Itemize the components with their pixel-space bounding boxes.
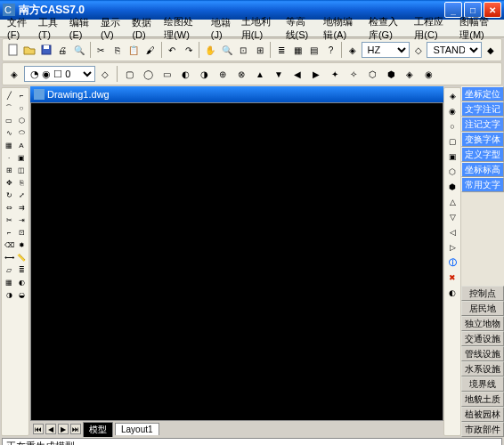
area-icon[interactable]: ▱ xyxy=(3,263,15,276)
zoom-win-icon[interactable]: ⊡ xyxy=(235,41,251,59)
menu-feature[interactable]: 地物编辑(A) xyxy=(319,13,364,44)
dcenter-icon[interactable]: ▦ xyxy=(290,41,306,59)
rp-control-pt[interactable]: 控制点 xyxy=(461,286,504,301)
r3-icon[interactable]: ○ xyxy=(445,119,459,134)
t6-icon[interactable]: ⊕ xyxy=(214,65,232,83)
rp-indep-obj[interactable]: 独立地物 xyxy=(461,316,504,331)
style-select[interactable]: STANDARD xyxy=(427,42,482,58)
erase-icon[interactable]: ⌫ xyxy=(3,239,15,251)
t2-icon[interactable]: ◯ xyxy=(139,65,157,83)
t9-icon[interactable]: ▼ xyxy=(270,65,288,83)
lprev-icon[interactable]: ◇ xyxy=(96,65,114,83)
table-icon[interactable]: ⊞ xyxy=(3,164,15,176)
scale-icon[interactable]: ⤢ xyxy=(15,189,28,201)
menu-file[interactable]: 文件(F) xyxy=(3,14,34,42)
tab-next-icon[interactable]: ▶ xyxy=(58,424,69,434)
misc2-icon[interactable]: ◑ xyxy=(3,288,15,301)
menu-cadastre[interactable]: 地籍(J) xyxy=(207,14,237,42)
rp-coord-elev[interactable]: 坐标标高 xyxy=(461,162,504,177)
pan-icon[interactable]: ✋ xyxy=(202,41,218,59)
mirror-icon[interactable]: ⇔ xyxy=(3,201,15,214)
layer-icon[interactable]: ◈ xyxy=(345,41,361,59)
rp-text-annot[interactable]: 文字注记 xyxy=(461,101,504,117)
t5-icon[interactable]: ◑ xyxy=(195,65,213,83)
region-icon[interactable]: ◫ xyxy=(15,164,28,176)
t16-icon[interactable]: ◈ xyxy=(401,65,419,83)
r8-icon[interactable]: △ xyxy=(445,195,459,209)
array-icon[interactable]: ⊡ xyxy=(15,226,28,239)
dim-icon[interactable]: ⟷ xyxy=(3,251,15,263)
cancel-icon[interactable]: ✖ xyxy=(445,271,459,285)
t4-icon[interactable]: ◐ xyxy=(176,65,194,83)
rp-def-style[interactable]: 定义字型 xyxy=(461,147,504,162)
t17-icon[interactable]: ◉ xyxy=(419,65,437,83)
copy2-icon[interactable]: ⎘ xyxy=(15,176,28,189)
rp-boundary[interactable]: 境界线 xyxy=(461,376,504,392)
zoom-rt-icon[interactable]: 🔍 xyxy=(219,41,235,59)
print-icon[interactable]: 🖨 xyxy=(55,41,71,59)
r1-icon[interactable]: ◈ xyxy=(445,89,459,103)
menu-edit[interactable]: 编辑(E) xyxy=(65,14,96,42)
tab-last-icon[interactable]: ⏭ xyxy=(70,424,81,434)
rp-municipal[interactable]: 市政部件 xyxy=(461,422,504,437)
rp-common-text[interactable]: 常用文字 xyxy=(461,177,504,192)
r7-icon[interactable]: ⬢ xyxy=(445,180,459,194)
rp-vegetation[interactable]: 植被园林 xyxy=(461,407,504,422)
pline-icon[interactable]: ⌐ xyxy=(15,89,28,101)
t12-icon[interactable]: ✦ xyxy=(326,65,344,83)
tab-first-icon[interactable]: ⏮ xyxy=(33,424,44,434)
rp-water[interactable]: 水系设施 xyxy=(461,361,504,376)
open-icon[interactable] xyxy=(22,41,38,59)
explode-icon[interactable]: ✸ xyxy=(15,239,28,251)
undo-icon[interactable]: ↶ xyxy=(164,41,180,59)
rp-residence[interactable]: 居民地 xyxy=(461,301,504,316)
menu-draw[interactable]: 绘图处理(W) xyxy=(159,13,207,44)
t1-icon[interactable]: ▢ xyxy=(120,65,138,83)
text-icon[interactable]: A xyxy=(15,139,28,151)
t14-icon[interactable]: ⬡ xyxy=(363,65,381,83)
rect-icon[interactable]: ▭ xyxy=(3,114,15,126)
menu-sheet[interactable]: 图幅管理(M) xyxy=(455,13,501,44)
block-icon[interactable]: ▣ xyxy=(15,151,28,164)
sprop-icon[interactable]: ◆ xyxy=(483,41,499,59)
r14-icon[interactable]: ◐ xyxy=(445,286,459,300)
rp-pipeline[interactable]: 管线设施 xyxy=(461,346,504,361)
command-window[interactable]: 正在重生成模型。 AutoCAD 菜单实用程序已加载。 命令: xyxy=(2,438,502,445)
props-icon[interactable]: ≣ xyxy=(273,41,289,59)
rotate-icon[interactable]: ↻ xyxy=(3,189,15,201)
match-icon[interactable]: 🖌 xyxy=(142,41,159,59)
rp-terrain[interactable]: 地貌土质 xyxy=(461,392,504,407)
menu-contour[interactable]: 等高线(S) xyxy=(281,13,320,44)
lmgr-icon[interactable]: ◈ xyxy=(5,65,23,83)
trim-icon[interactable]: ✂ xyxy=(3,214,15,226)
calc-icon[interactable]: ▦ xyxy=(3,276,15,288)
new-icon[interactable] xyxy=(5,41,21,59)
menu-data[interactable]: 数据(D) xyxy=(127,14,159,42)
arc-icon[interactable]: ⌒ xyxy=(3,101,15,114)
menu-view[interactable]: 显示(V) xyxy=(96,14,127,42)
paste-icon[interactable]: 📋 xyxy=(126,41,142,59)
r4-icon[interactable]: ▢ xyxy=(445,134,459,149)
lprop-icon[interactable]: ◇ xyxy=(411,41,427,59)
tab-prev-icon[interactable]: ◀ xyxy=(45,424,56,434)
menu-land[interactable]: 土地利用(L) xyxy=(237,13,281,44)
t8-icon[interactable]: ▲ xyxy=(251,65,269,83)
menu-tools[interactable]: 工具(T) xyxy=(34,14,65,42)
line-icon[interactable]: ╱ xyxy=(3,89,15,101)
r6-icon[interactable]: ⬡ xyxy=(445,165,459,179)
menu-project[interactable]: 工程应用(C) xyxy=(410,13,455,44)
layer-combo[interactable]: ◔ ◉ ☐ 0 xyxy=(24,66,95,82)
copy-icon[interactable]: ⎘ xyxy=(110,41,126,59)
rp-annot-text[interactable]: 注记文字 xyxy=(461,117,504,132)
tab-layout1[interactable]: Layout1 xyxy=(115,423,159,435)
poly-icon[interactable]: ⬡ xyxy=(15,114,28,126)
ellipse-icon[interactable]: ⬭ xyxy=(15,126,28,139)
move-icon[interactable]: ✥ xyxy=(3,176,15,189)
drawing-canvas[interactable] xyxy=(30,102,443,421)
info-icon[interactable]: ⓘ xyxy=(445,255,459,270)
measure-icon[interactable]: 📏 xyxy=(15,251,28,263)
t7-icon[interactable]: ⊗ xyxy=(232,65,250,83)
t15-icon[interactable]: ⬢ xyxy=(382,65,400,83)
misc3-icon[interactable]: ◒ xyxy=(15,288,28,301)
point-icon[interactable]: · xyxy=(3,151,15,164)
